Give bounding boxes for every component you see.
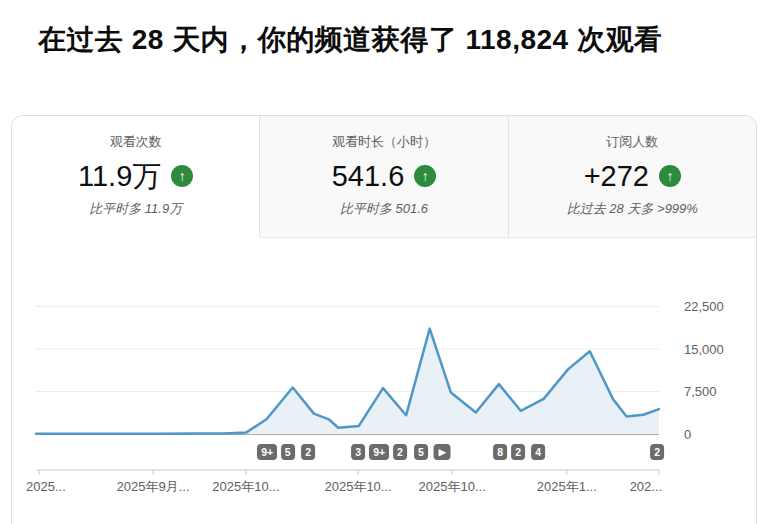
views-chart-svg[interactable]: 2025...2025年9月...2025年10...2025年10...202… — [12, 238, 756, 524]
video-marker-badge[interactable]: 9+ — [257, 444, 277, 460]
video-marker-badge[interactable]: 8 — [493, 444, 507, 460]
trend-up-icon: ↑ — [659, 165, 681, 187]
x-axis-label: 202... — [630, 479, 663, 494]
metric-value-row: +272 ↑ — [509, 159, 756, 193]
video-marker-badge[interactable]: 2 — [301, 444, 315, 460]
page-title: 在过去 28 天内，你的频道获得了 118,824 次观看 — [38, 22, 738, 58]
video-marker-badge[interactable]: 4 — [531, 444, 545, 460]
metric-value: +272 — [584, 159, 649, 193]
metric-label: 观看时长（小时） — [260, 133, 507, 151]
x-axis-label: 2025年10... — [212, 479, 279, 494]
video-marker-badge[interactable]: 9+ — [369, 444, 389, 460]
x-axis-label: 2025年10... — [324, 479, 391, 494]
tab-views[interactable]: 观看次数 11.9万 ↑ 比平时多 11.9万 — [12, 116, 259, 238]
video-marker-badge[interactable]: 2 — [511, 444, 525, 460]
metric-value-row: 11.9万 ↑ — [12, 159, 259, 193]
metric-subtitle: 比过去 28 天多 >999% — [509, 200, 756, 218]
metric-value-row: 541.6 ↑ — [260, 159, 507, 193]
video-marker-play-icon[interactable]: ▶ — [434, 444, 451, 460]
views-chart[interactable]: 2025...2025年9月...2025年10...2025年10...202… — [12, 238, 756, 524]
y-axis-label: 22,500 — [684, 299, 724, 314]
video-marker-badge[interactable]: 5 — [281, 444, 295, 460]
views-area — [36, 329, 659, 434]
y-axis-label: 7,500 — [684, 384, 717, 399]
metric-subtitle: 比平时多 11.9万 — [12, 200, 259, 218]
x-axis-label: 2025... — [26, 479, 66, 494]
x-axis-label: 2025年9月... — [117, 479, 190, 494]
y-axis-label: 15,000 — [684, 342, 724, 357]
metric-value: 541.6 — [332, 159, 405, 193]
metric-label: 观看次数 — [12, 133, 259, 151]
metric-tabs: 观看次数 11.9万 ↑ 比平时多 11.9万 观看时长（小时） 541.6 ↑… — [12, 116, 756, 238]
y-axis-label: 0 — [684, 427, 691, 442]
video-marker-badge[interactable]: 5 — [414, 444, 428, 460]
metric-subtitle: 比平时多 501.6 — [260, 200, 507, 218]
metric-value: 11.9万 — [78, 159, 161, 193]
tab-subscribers[interactable]: 订阅人数 +272 ↑ 比过去 28 天多 >999% — [508, 116, 756, 238]
x-axis-label: 2025年1... — [537, 479, 597, 494]
video-marker-badge[interactable]: 2 — [650, 444, 664, 460]
video-marker-badge[interactable]: 2 — [393, 444, 407, 460]
analytics-card: 观看次数 11.9万 ↑ 比平时多 11.9万 观看时长（小时） 541.6 ↑… — [11, 115, 757, 524]
video-marker-badge[interactable]: 3 — [351, 444, 365, 460]
tab-watch-time[interactable]: 观看时长（小时） 541.6 ↑ 比平时多 501.6 — [259, 116, 507, 238]
trend-up-icon: ↑ — [414, 165, 436, 187]
x-axis-label: 2025年10... — [419, 479, 486, 494]
metric-label: 订阅人数 — [509, 133, 756, 151]
analytics-page: 在过去 28 天内，你的频道获得了 118,824 次观看 观看次数 11.9万… — [0, 0, 768, 524]
trend-up-icon: ↑ — [171, 165, 193, 187]
